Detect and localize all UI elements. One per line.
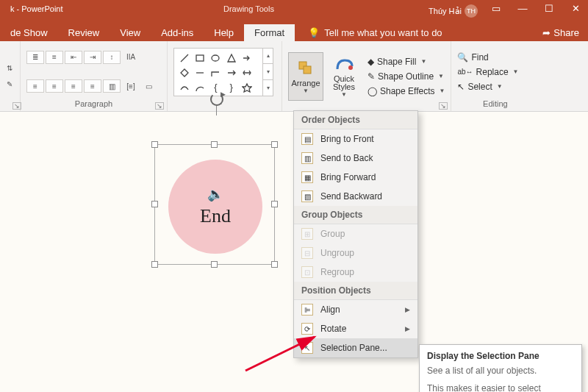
- menu-section-group: Group Objects: [294, 206, 417, 224]
- triangle-shape-icon[interactable]: [226, 53, 237, 63]
- pen-icon: ✎: [368, 71, 375, 82]
- user-name: Thúy Hải: [429, 7, 462, 16]
- bullets-icon[interactable]: ≣: [26, 51, 44, 64]
- effects-icon: ◯: [368, 86, 377, 96]
- align-center-icon[interactable]: ≡: [46, 79, 63, 93]
- paint-icon[interactable]: ✎: [1, 78, 18, 91]
- decrease-indent-icon[interactable]: ⇤: [65, 51, 82, 64]
- menu-group: ⊞Group: [294, 224, 417, 243]
- search-icon: 🔍: [457, 52, 468, 63]
- shapes-gallery[interactable]: { } ▴▾▾: [173, 48, 273, 96]
- resize-handle[interactable]: [151, 141, 158, 148]
- chevron-down-icon: ▼: [497, 83, 503, 90]
- numbering-icon[interactable]: ≡: [46, 51, 63, 64]
- arc-shape-icon[interactable]: [195, 82, 205, 93]
- elbow-shape-icon[interactable]: [210, 68, 220, 78]
- menu-bring-to-front[interactable]: ▤Bring to Front: [294, 129, 417, 149]
- share-button[interactable]: ➦ Share: [534, 24, 588, 41]
- rotate-handle-icon[interactable]: [210, 93, 223, 106]
- ribbon-options-icon[interactable]: ▭: [491, 3, 501, 13]
- resize-handle[interactable]: [211, 141, 218, 148]
- tab-help[interactable]: Help: [204, 24, 244, 41]
- shapes-more[interactable]: ▴▾▾: [262, 49, 273, 96]
- resize-handle[interactable]: [271, 261, 278, 268]
- menu-send-to-back[interactable]: ▥Send to Back: [294, 149, 417, 168]
- menu-bring-forward[interactable]: ▦Bring Forward: [294, 168, 417, 187]
- tab-slide-show[interactable]: de Show: [0, 24, 58, 41]
- replace-icon: ab↔: [457, 68, 473, 76]
- rhombus-shape-icon[interactable]: [179, 68, 190, 78]
- quick-styles-button[interactable]: Quick Styles ▼: [326, 52, 362, 101]
- justify-icon[interactable]: ≡: [84, 79, 101, 93]
- regroup-icon: ⊡: [301, 266, 313, 278]
- text-direction-button[interactable]: IIA: [122, 51, 140, 64]
- slide-canvas[interactable]: 🔈 End: [140, 119, 294, 274]
- menu-regroup: ⊡Regroup: [294, 263, 417, 282]
- shape-circle[interactable]: 🔈 End: [168, 160, 262, 254]
- close-icon[interactable]: ✕: [570, 3, 581, 13]
- arrow2-shape-icon[interactable]: [226, 68, 237, 78]
- tab-add-ins[interactable]: Add-ins: [151, 24, 204, 41]
- bring-front-icon: ▤: [301, 133, 313, 145]
- shape-outline-label: Shape Outline: [378, 71, 434, 82]
- shape-text[interactable]: End: [200, 205, 231, 227]
- replace-button[interactable]: ab↔Replace▼: [457, 65, 518, 79]
- text-direction-icon[interactable]: ⇅: [1, 62, 18, 75]
- maximize-icon[interactable]: ☐: [544, 3, 554, 13]
- minimize-icon[interactable]: —: [517, 3, 528, 13]
- arrow-right-shape-icon[interactable]: [242, 53, 252, 63]
- shape-fill-label: Shape Fill: [377, 57, 416, 67]
- ribbon: ⇅ ✎ ↘ ≣ ≡ ⇤ ⇥ ↕ IIA ≡ ≡ ≡ ≡ ▥ [≡]: [0, 41, 588, 112]
- columns-icon[interactable]: ▥: [103, 79, 121, 93]
- increase-indent-icon[interactable]: ⇥: [84, 51, 101, 64]
- selection-box[interactable]: 🔈 End: [154, 144, 275, 265]
- line2-shape-icon[interactable]: [195, 68, 205, 78]
- shape-effects-button[interactable]: ◯Shape Effects▼: [368, 85, 445, 98]
- brace-right-shape-icon[interactable]: }: [229, 82, 232, 93]
- star-shape-icon[interactable]: [242, 82, 252, 93]
- dialog-launcher-icon[interactable]: ↘: [439, 102, 448, 110]
- align-text-button[interactable]: [≡]: [122, 79, 140, 93]
- resize-handle[interactable]: [151, 201, 158, 207]
- line-shape-icon[interactable]: [179, 53, 190, 63]
- audio-icon[interactable]: 🔈: [207, 186, 223, 202]
- contextual-tab-title: Drawing Tools: [223, 4, 274, 13]
- chevron-down-icon: ▼: [438, 73, 444, 79]
- chevron-down-icon: ▼: [513, 68, 519, 75]
- resize-handle[interactable]: [211, 261, 218, 268]
- menu-align[interactable]: ⊫Align▶: [294, 300, 417, 319]
- tab-format[interactable]: Format: [244, 24, 295, 41]
- svg-line-0: [181, 54, 188, 62]
- dialog-launcher-icon[interactable]: ↘: [12, 102, 21, 110]
- arrange-button[interactable]: Arrange ▼: [288, 52, 323, 101]
- smartart-button[interactable]: ▭: [143, 79, 155, 93]
- resize-handle[interactable]: [271, 141, 278, 148]
- double-arrow-shape-icon[interactable]: [242, 68, 252, 78]
- brace-left-shape-icon[interactable]: {: [214, 82, 217, 93]
- shape-outline-button[interactable]: ✎Shape Outline▼: [368, 70, 445, 83]
- user-area[interactable]: Thúy Hải TH: [429, 4, 478, 18]
- oval-shape-icon[interactable]: [210, 53, 220, 63]
- rect-shape-icon[interactable]: [195, 53, 205, 63]
- tooltip-title: Display the Selection Pane: [427, 351, 574, 361]
- paragraph-group-label: Paragraph: [75, 99, 112, 108]
- shape-fill-button[interactable]: ◆Shape Fill▼: [368, 55, 445, 68]
- tell-me-search[interactable]: 💡 Tell me what you want to do: [301, 24, 449, 41]
- line-spacing-icon[interactable]: ↕: [103, 51, 121, 64]
- resize-handle[interactable]: [271, 201, 278, 207]
- avatar: TH: [465, 4, 478, 18]
- submenu-arrow-icon: ▶: [405, 306, 410, 313]
- resize-handle[interactable]: [151, 261, 158, 268]
- select-button[interactable]: ↖Select▼: [457, 80, 518, 93]
- find-button[interactable]: 🔍Find: [457, 51, 518, 64]
- tab-review[interactable]: Review: [58, 24, 110, 41]
- curve-shape-icon[interactable]: [179, 82, 190, 93]
- menu-send-backward[interactable]: ▧Send Backward: [294, 187, 417, 206]
- chevron-down-icon: ▼: [303, 88, 309, 94]
- svg-marker-4: [181, 69, 188, 76]
- align-right-icon[interactable]: ≡: [65, 79, 82, 93]
- tab-view[interactable]: View: [110, 24, 151, 41]
- bucket-icon: ◆: [368, 57, 374, 67]
- dialog-launcher-icon[interactable]: ↘: [155, 102, 164, 110]
- align-left-icon[interactable]: ≡: [26, 79, 44, 93]
